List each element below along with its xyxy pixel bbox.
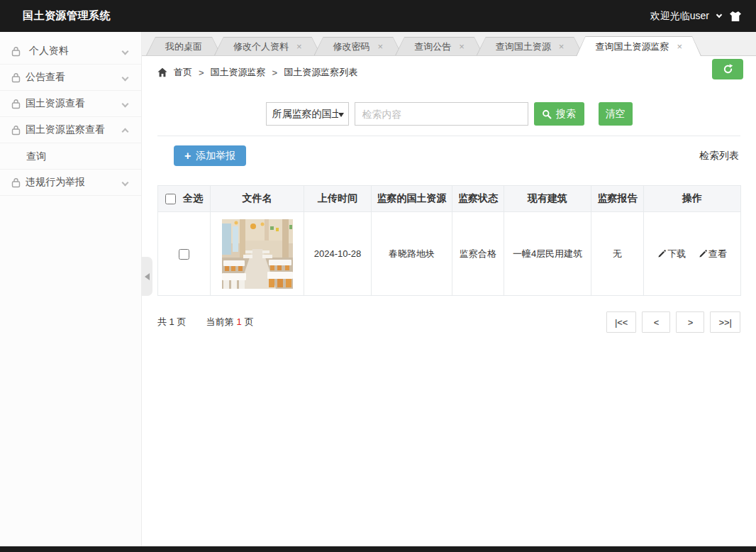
tab-view-land-supervision[interactable]: 查询国土资源监察× bbox=[576, 36, 701, 56]
total-pages-text: 共 1 页 bbox=[157, 316, 186, 329]
footer-bar bbox=[0, 546, 756, 552]
column-header: 上传时间 bbox=[304, 186, 372, 212]
pencil-icon bbox=[657, 250, 666, 258]
row-select-cell bbox=[158, 212, 211, 296]
tab-label: 查询国土资源 bbox=[496, 40, 551, 53]
select-all-checkbox[interactable] bbox=[165, 194, 176, 204]
topbar: 国土资源管理系统 欢迎光临user bbox=[0, 0, 756, 32]
sidebar-item-announcements[interactable]: 公告查看 bbox=[0, 65, 141, 91]
filter-select-value: 所属监察的国土 bbox=[272, 108, 338, 121]
tab-label: 我的桌面 bbox=[165, 40, 202, 53]
sidebar-item-violation-report[interactable]: 违规行为举报 bbox=[0, 170, 141, 196]
resource-cell: 春晓路地块 bbox=[372, 212, 452, 296]
breadcrumb-level2: 国土资源监察列表 bbox=[284, 66, 357, 79]
operation-cell: 下载 查看 bbox=[644, 212, 741, 296]
add-report-label: 添加举报 bbox=[196, 150, 235, 162]
sidebar-subitem-query[interactable]: 查询 bbox=[0, 143, 141, 170]
pencil-icon bbox=[699, 250, 707, 258]
sidebar-item-profile[interactable]: 个人资料 bbox=[0, 38, 141, 65]
refresh-icon bbox=[722, 63, 734, 75]
magnifier-icon bbox=[542, 109, 552, 119]
sidebar-item-label: 公告查看 bbox=[26, 71, 65, 84]
app-window: 国土资源管理系统 欢迎光临user 个人资料 bbox=[0, 0, 756, 552]
tab-label: 修改密码 bbox=[333, 40, 370, 53]
column-header: 操作 bbox=[644, 186, 741, 212]
file-cell bbox=[211, 212, 304, 296]
close-icon[interactable]: × bbox=[559, 42, 565, 51]
clear-button-label: 清空 bbox=[606, 108, 626, 121]
sidebar-collapse-handle[interactable] bbox=[142, 257, 152, 296]
sidebar: 个人资料 公告查看 国土资源查看 bbox=[0, 32, 142, 546]
refresh-button[interactable] bbox=[712, 59, 743, 79]
chevron-left-icon bbox=[141, 273, 150, 280]
view-label: 查看 bbox=[708, 248, 727, 260]
tab-change-password[interactable]: 修改密码× bbox=[314, 37, 403, 55]
search-form: 所属监察的国土 搜索 清空 bbox=[157, 102, 740, 126]
download-link[interactable]: 下载 bbox=[657, 248, 686, 260]
shirt-icon[interactable] bbox=[729, 11, 742, 22]
close-icon[interactable]: × bbox=[378, 42, 384, 51]
chevron-down-icon bbox=[122, 179, 129, 186]
search-button[interactable]: 搜索 bbox=[534, 102, 584, 126]
close-icon[interactable]: × bbox=[296, 42, 302, 51]
close-icon[interactable]: × bbox=[677, 42, 682, 51]
app-title: 国土资源管理系统 bbox=[23, 9, 111, 23]
download-label: 下载 bbox=[667, 248, 686, 260]
tab-label: 修改个人资料 bbox=[233, 40, 289, 53]
chevron-down-icon bbox=[122, 100, 129, 107]
chevron-down-icon bbox=[716, 12, 722, 18]
breadcrumb-home[interactable]: 首页 bbox=[174, 66, 192, 79]
sidebar-item-land-supervision[interactable]: 国土资源监察查看 bbox=[0, 117, 141, 143]
filter-select[interactable]: 所属监察的国土 bbox=[266, 102, 349, 126]
welcome-text: 欢迎光临user bbox=[650, 10, 709, 23]
row-checkbox[interactable] bbox=[179, 249, 189, 260]
tab-label: 查询国土资源监察 bbox=[595, 40, 669, 53]
tab-label: 查询公告 bbox=[414, 40, 451, 53]
tab-view-announcements[interactable]: 查询公告× bbox=[395, 37, 484, 55]
column-header: 现有建筑 bbox=[504, 186, 591, 212]
report-cell: 无 bbox=[591, 212, 644, 296]
sidebar-item-label: 违规行为举报 bbox=[26, 176, 85, 189]
file-thumbnail-image[interactable] bbox=[222, 219, 293, 289]
clear-button[interactable]: 清空 bbox=[599, 102, 633, 126]
current-page-text: 当前第1页 bbox=[206, 316, 253, 329]
current-page-prefix: 当前第 bbox=[206, 316, 233, 327]
breadcrumb-level1[interactable]: 国土资源监察 bbox=[211, 66, 266, 79]
list-title: 检索列表 bbox=[699, 150, 739, 162]
prev-page-button[interactable]: < bbox=[642, 311, 670, 333]
tab-bar: 我的桌面 修改个人资料× 修改密码× 查询公告× 查询国土资源× 查询国土资源监… bbox=[142, 32, 756, 56]
last-page-button[interactable]: >>| bbox=[710, 311, 740, 333]
sidebar-item-label: 国土资源监察查看 bbox=[26, 123, 105, 136]
sidebar-item-land-resources[interactable]: 国土资源查看 bbox=[0, 91, 141, 117]
chevron-up-icon bbox=[122, 128, 129, 135]
close-icon[interactable]: × bbox=[459, 42, 465, 51]
column-header-select-all: 全选 bbox=[158, 186, 211, 212]
tab-my-desktop[interactable]: 我的桌面 bbox=[146, 37, 221, 55]
search-input[interactable] bbox=[355, 102, 528, 126]
tab-view-land-resources[interactable]: 查询国土资源× bbox=[477, 37, 584, 55]
supervision-table: 全选 文件名 上传时间 监察的国土资源 监察状态 现有建筑 监察报告 操作 bbox=[157, 185, 741, 296]
view-link[interactable]: 查看 bbox=[699, 248, 727, 260]
column-header: 监察报告 bbox=[591, 186, 644, 212]
table-header-row: 全选 文件名 上传时间 监察的国土资源 监察状态 现有建筑 监察报告 操作 bbox=[158, 186, 741, 212]
column-header: 文件名 bbox=[211, 186, 304, 212]
search-button-label: 搜索 bbox=[556, 108, 576, 121]
pagination-buttons: |<< < > >>| bbox=[606, 311, 740, 333]
next-page-button[interactable]: > bbox=[676, 311, 704, 333]
current-page-number: 1 bbox=[236, 316, 241, 327]
add-report-button[interactable]: + 添加举报 bbox=[174, 145, 246, 166]
user-menu[interactable]: 欢迎光临user bbox=[650, 10, 742, 23]
actions-row: + 添加举报 检索列表 bbox=[157, 145, 740, 166]
sidebar-subitem-label: 查询 bbox=[26, 150, 46, 162]
first-page-button[interactable]: |<< bbox=[606, 311, 637, 333]
sidebar-item-label: 个人资料 bbox=[29, 45, 69, 57]
lock-icon bbox=[11, 72, 21, 83]
tab-edit-profile[interactable]: 修改个人资料× bbox=[214, 37, 321, 55]
chevron-down-icon bbox=[122, 74, 129, 81]
table-row: 2024-10-28 春晓路地块 监察合格 一幢4层民用建筑 无 下载 bbox=[158, 212, 741, 296]
breadcrumb: 首页 > 国土资源监察 > 国土资源监察列表 bbox=[142, 56, 756, 87]
breadcrumb-separator: > bbox=[199, 67, 204, 78]
content-area: 所属监察的国土 搜索 清空 bbox=[142, 87, 756, 546]
lock-icon bbox=[11, 46, 21, 57]
divider bbox=[157, 136, 740, 136]
